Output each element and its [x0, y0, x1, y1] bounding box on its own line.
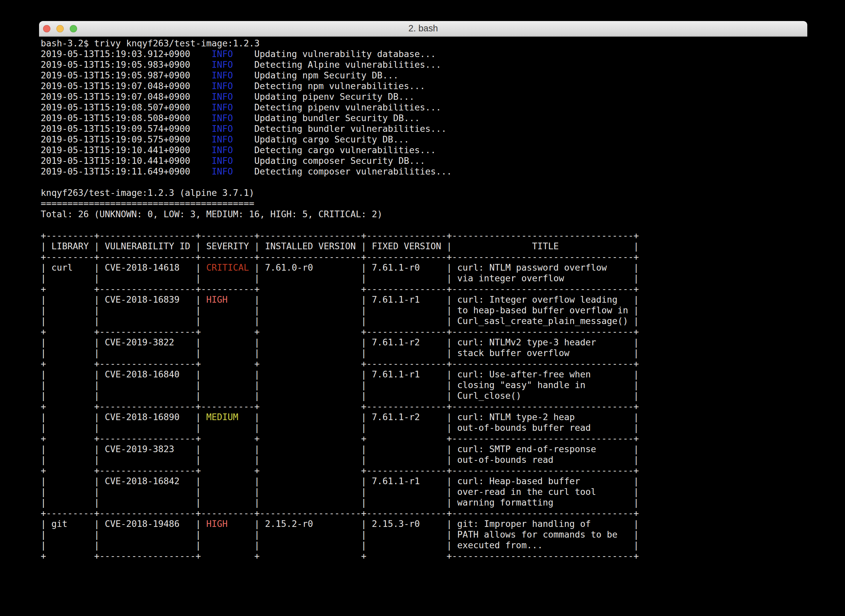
text-run: 2019-05-13T15:19:10.441+0900 [41, 145, 211, 155]
text-run: 2019-05-13T15:19:03.912+0900 [41, 49, 211, 59]
terminal-line: | | | | | | out-of-bounds read | [41, 455, 807, 465]
terminal-line: knqyf263/test-image:1.2.3 (alpine 3.7.1) [41, 188, 807, 198]
terminal-line: +---------+------------------+----------… [41, 508, 807, 519]
terminal-output[interactable]: bash-3.2$ trivy knqyf263/test-image:1.2.… [39, 37, 807, 611]
text-run: Updating pipenv Security DB... [233, 91, 415, 102]
terminal-line: 2019-05-13T15:19:10.441+0900 INFO Updati… [41, 155, 807, 166]
log-level-info: INFO [211, 81, 233, 91]
terminal-line: 2019-05-13T15:19:07.048+0900 INFO Updati… [41, 91, 807, 102]
terminal-line: | | | | | | PATH allows for commands to … [41, 529, 807, 540]
text-run: | | CVE-2019-3823 | | | | curl: SMTP end… [41, 444, 639, 454]
terminal-line: +---------+------------------+----------… [41, 252, 807, 262]
terminal-line: | | | | | | stack buffer overflow | [41, 348, 807, 358]
text-run: knqyf263/test-image:1.2.3 (alpine 3.7.1) [41, 188, 254, 198]
traffic-lights [43, 21, 77, 36]
log-level-info: INFO [211, 145, 233, 155]
terminal-line: + +------------------+----------+ +-----… [41, 284, 807, 294]
log-level-info: INFO [211, 166, 233, 176]
terminal-line: | | | | | | to heap-based buffer overflo… [41, 305, 807, 316]
terminal-line: 2019-05-13T15:19:05.983+0900 INFO Detect… [41, 59, 807, 70]
terminal-line: | | | | | | Curl_close() | [41, 390, 807, 401]
text-run: | git | CVE-2018-19486 | [41, 519, 206, 529]
text-run: Detecting pipenv vulnerabilities... [233, 102, 441, 113]
terminal-line: 2019-05-13T15:19:11.649+0900 INFO Detect… [41, 166, 807, 177]
text-run: 2019-05-13T15:19:07.048+0900 [41, 81, 211, 91]
log-level-info: INFO [211, 59, 233, 70]
log-level-info: INFO [211, 70, 233, 81]
text-run: | | | | | | Curl_sasl_create_plain_messa… [41, 316, 639, 326]
log-level-info: INFO [211, 102, 233, 113]
severity-medium: MEDIUM [206, 412, 238, 422]
text-run: +---------+------------------+----------… [41, 252, 639, 262]
text-run: | | | | | | Curl_close() | [41, 390, 639, 401]
terminal-line: + +------------------+ + +--------------… [41, 358, 807, 369]
terminal-line [41, 177, 807, 188]
text-run: + +------------------+ + +--------------… [41, 326, 639, 337]
terminal-line: +---------+------------------+----------… [41, 230, 807, 241]
text-run: Updating vulnerability database... [233, 49, 436, 59]
window-title: 2. bash [39, 23, 807, 34]
text-run: +---------+------------------+----------… [41, 508, 639, 518]
terminal-line [41, 220, 807, 230]
text-run: | | | | | | PATH allows for commands to … [41, 529, 639, 540]
text-run: Updating cargo Security DB... [233, 134, 409, 144]
text-run: + +------------------+ + +--------------… [41, 358, 639, 369]
zoom-button[interactable] [70, 25, 77, 32]
text-run: Detecting Alpine vulnerabilities... [233, 59, 441, 70]
terminal-line: | | | | | | via integer overflow | [41, 273, 807, 284]
text-run: | | | | | | out-of-bounds read | [41, 455, 639, 465]
text-run: | 7.61.0-r0 | 7.61.1-r0 | curl: NTLM pas… [249, 262, 639, 273]
terminal-line: 2019-05-13T15:19:03.912+0900 INFO Updati… [41, 49, 807, 59]
text-run: bash-3.2$ trivy knqyf263/test-image:1.2.… [41, 38, 260, 48]
terminal-line: | | CVE-2018-16839 | HIGH | | 7.61.1-r1 … [41, 294, 807, 305]
text-run: | | | | | | stack buffer overflow | [41, 348, 639, 358]
text-run: | | | | | | via integer overflow | [41, 273, 639, 283]
terminal-window: 2. bash bash-3.2$ trivy knqyf263/test-im… [39, 21, 807, 611]
text-run: | | | | | | warning formatting | [41, 497, 639, 507]
terminal-line: bash-3.2$ trivy knqyf263/test-image:1.2.… [41, 38, 807, 49]
terminal-line: | | | | | | Curl_sasl_create_plain_messa… [41, 316, 807, 326]
text-run: ======================================== [41, 198, 254, 208]
terminal-line: | git | CVE-2018-19486 | HIGH | 2.15.2-r… [41, 519, 807, 529]
terminal-line: 2019-05-13T15:19:08.508+0900 INFO Updati… [41, 113, 807, 123]
text-run: | | | | | | executed from... | [41, 540, 639, 550]
terminal-line: | | | | | | executed from... | [41, 540, 807, 551]
text-run: | | | | | | over-read in the curl tool | [41, 487, 639, 497]
close-button[interactable] [43, 25, 50, 32]
terminal-line: 2019-05-13T15:19:10.441+0900 INFO Detect… [41, 145, 807, 155]
terminal-line: | | | | | | out-of-bounds buffer read | [41, 422, 807, 433]
text-run: Detecting composer vulnerabilities... [233, 166, 452, 176]
text-run: 2019-05-13T15:19:07.048+0900 [41, 91, 211, 102]
text-run: | curl | CVE-2018-14618 | [41, 262, 206, 273]
terminal-line: Total: 26 (UNKNOWN: 0, LOW: 3, MEDIUM: 1… [41, 209, 807, 220]
terminal-line: 2019-05-13T15:19:05.987+0900 INFO Updati… [41, 70, 807, 81]
terminal-line: | | CVE-2019-3823 | | | | curl: SMTP end… [41, 444, 807, 455]
text-run: 2019-05-13T15:19:09.575+0900 [41, 134, 211, 144]
minimize-button[interactable] [56, 25, 64, 32]
terminal-line: 2019-05-13T15:19:09.574+0900 INFO Detect… [41, 123, 807, 134]
terminal-line: | | | | | | over-read in the curl tool | [41, 487, 807, 497]
title-bar[interactable]: 2. bash [39, 21, 807, 37]
log-level-info: INFO [211, 91, 233, 102]
text-run: +---------+------------------+----------… [41, 230, 639, 241]
log-level-info: INFO [211, 123, 233, 134]
terminal-line: | | CVE-2018-16842 | | | 7.61.1-r1 | cur… [41, 476, 807, 487]
text-run: + +------------------+----------+ +-----… [41, 401, 639, 411]
terminal-line: ======================================== [41, 198, 807, 209]
terminal-line: | LIBRARY | VULNERABILITY ID | SEVERITY … [41, 241, 807, 252]
terminal-line: + +------------------+----------+ +-----… [41, 401, 807, 412]
text-run: | | CVE-2018-16840 | | | 7.61.1-r1 | cur… [41, 369, 639, 380]
severity-critical: CRITICAL [206, 262, 249, 273]
terminal-line: + +------------------+ + +--------------… [41, 465, 807, 476]
text-run: | | CVE-2018-16842 | | | 7.61.1-r1 | cur… [41, 476, 639, 486]
text-run: 2019-05-13T15:19:05.987+0900 [41, 70, 211, 81]
desktop: 2. bash bash-3.2$ trivy knqyf263/test-im… [0, 0, 845, 616]
text-run: Detecting cargo vulnerabilities... [233, 145, 436, 155]
text-run: Total: 26 (UNKNOWN: 0, LOW: 3, MEDIUM: 1… [41, 209, 383, 219]
text-run: Updating composer Security DB... [233, 155, 425, 166]
text-run: | | 7.61.1-r1 | curl: Integer overflow l… [227, 294, 639, 305]
text-run: Updating npm Security DB... [233, 70, 399, 81]
terminal-line: + +------------------+ + + +------------… [41, 551, 807, 561]
text-run: | | 7.61.1-r2 | curl: NTLM type-2 heap | [238, 412, 639, 422]
text-run: 2019-05-13T15:19:08.507+0900 [41, 102, 211, 113]
